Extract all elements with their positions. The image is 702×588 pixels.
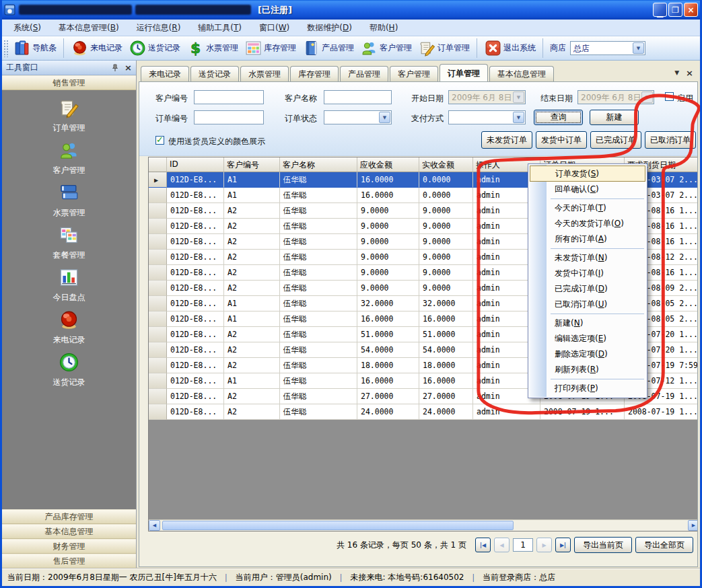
toolbar-button[interactable]: $ 水票管理 xyxy=(184,38,242,58)
sidebar-item[interactable]: 来电记录 xyxy=(2,307,136,349)
tab-close-icon[interactable]: × xyxy=(686,68,693,78)
close-icon[interactable]: × xyxy=(125,63,132,72)
context-menu-item[interactable]: 发货中订单(I) xyxy=(529,266,646,281)
courier-color-checkbox[interactable] xyxy=(155,136,164,145)
toolbar-button[interactable]: 送货记录 xyxy=(126,38,184,58)
toolbar-grip-handle[interactable] xyxy=(3,40,8,57)
column-header[interactable]: 应收金额 xyxy=(357,157,419,172)
toolbar-button[interactable]: 导航条 xyxy=(10,38,64,58)
first-page-button[interactable]: |◀ xyxy=(475,538,491,552)
tab[interactable]: 基本信息管理 xyxy=(489,66,554,81)
chevron-down-icon[interactable]: ▼ xyxy=(633,42,644,54)
context-menu-item[interactable]: 未发货订单(N) xyxy=(529,250,646,266)
order-status-filter-button[interactable]: 已取消订单 xyxy=(645,131,696,149)
sidebar-group-bar[interactable]: 基本信息管理 xyxy=(2,524,136,539)
shop-select[interactable]: 总店 ▼ xyxy=(570,41,645,55)
tab-list-dropdown-icon[interactable]: ▼ xyxy=(674,69,679,76)
column-header[interactable]: 客户名称 xyxy=(280,157,357,172)
context-menu-item[interactable]: 已取消订单(U) xyxy=(529,297,646,312)
row-selector-cell[interactable] xyxy=(149,219,167,234)
pay-method-select[interactable]: ▼ xyxy=(448,110,526,124)
tab[interactable]: 客户管理 xyxy=(390,66,438,81)
order-no-input[interactable] xyxy=(194,110,264,124)
menu-item[interactable]: 运行信息(R) xyxy=(128,20,190,36)
menu-item[interactable]: 系统(S) xyxy=(5,20,50,36)
toolbar-button[interactable]: 来电记录 xyxy=(68,38,126,58)
sidebar-group-bar[interactable]: 财务管理 xyxy=(2,539,136,554)
order-status-filter-button[interactable]: 发货中订单 xyxy=(536,131,587,149)
row-selector-cell[interactable] xyxy=(149,373,167,389)
customer-name-input[interactable] xyxy=(324,90,392,104)
tab[interactable]: 订单管理 xyxy=(440,64,488,81)
context-menu-item[interactable]: 今天的发货订单(O) xyxy=(529,216,646,231)
row-selector-cell[interactable] xyxy=(149,234,167,250)
customer-no-input[interactable] xyxy=(194,90,264,104)
row-selector-cell[interactable] xyxy=(149,358,167,373)
prev-page-button[interactable]: ◀ xyxy=(494,538,510,552)
toolbar-button[interactable]: 退出系统 xyxy=(481,38,543,58)
tab[interactable]: 送货记录 xyxy=(190,66,239,81)
sidebar-item[interactable]: 送货记录 xyxy=(2,349,136,392)
row-selector-cell[interactable] xyxy=(149,250,167,265)
next-page-button[interactable]: ▶ xyxy=(536,538,552,552)
chevron-down-icon[interactable]: ▼ xyxy=(379,112,390,123)
context-menu-item[interactable]: 编辑选定项(E) xyxy=(529,331,646,346)
restore-button[interactable]: ❐ xyxy=(668,3,682,17)
new-button[interactable]: 新建 xyxy=(590,110,639,125)
column-header[interactable] xyxy=(149,157,167,172)
horizontal-scrollbar[interactable]: ◀ ▶ xyxy=(149,519,698,531)
toolbar-button[interactable]: 产品管理 xyxy=(300,38,357,58)
menu-item[interactable]: 基本信息管理(B) xyxy=(50,20,128,36)
export-current-page-button[interactable]: 导出当前页 xyxy=(574,537,632,553)
sidebar-group-sales[interactable]: 销售管理 xyxy=(2,75,136,90)
sidebar-item[interactable]: 订单管理 xyxy=(2,95,136,137)
menu-item[interactable]: 辅助工具(T) xyxy=(189,20,250,36)
pin-icon[interactable] xyxy=(111,64,119,72)
sidebar-item[interactable]: 客户管理 xyxy=(2,137,136,180)
table-row[interactable]: 012D-E8... A2 伍华聪 24.0000 24.0000 admin … xyxy=(149,404,698,420)
context-menu-item[interactable]: 打印列表(P) xyxy=(529,381,646,396)
context-menu-item[interactable]: 今天的订单(T) xyxy=(529,200,646,216)
column-header[interactable]: ID xyxy=(167,157,224,172)
sidebar-item[interactable]: 今日盘点 xyxy=(2,264,136,307)
minimize-button[interactable]: ▁ xyxy=(653,3,667,17)
column-header[interactable]: 实收金额 xyxy=(419,157,473,172)
context-menu-item[interactable]: 回单确认(C) xyxy=(529,182,646,197)
row-selector-cell[interactable] xyxy=(149,172,167,188)
row-selector-cell[interactable] xyxy=(149,311,167,327)
context-menu-item[interactable]: 删除选定项(D) xyxy=(529,346,646,362)
toolbar-button[interactable]: 库存管理 xyxy=(242,38,300,58)
sidebar-group-bar[interactable]: 售后管理 xyxy=(2,554,136,568)
context-menu-item[interactable]: 所有的订单(A) xyxy=(529,231,646,247)
sidebar-group-bar[interactable]: 产品库存管理 xyxy=(2,509,136,524)
row-selector-cell[interactable] xyxy=(149,203,167,219)
last-page-button[interactable]: ▶| xyxy=(555,538,571,552)
toolbar-button[interactable]: 客户管理 xyxy=(357,38,415,58)
page-number-input[interactable] xyxy=(513,538,533,552)
row-selector-cell[interactable] xyxy=(149,296,167,311)
close-button[interactable]: × xyxy=(684,3,698,17)
column-header[interactable]: 客户编号 xyxy=(224,157,280,172)
row-selector-cell[interactable] xyxy=(149,404,167,420)
menu-item[interactable]: 数据维护(D) xyxy=(298,20,361,36)
scrollbar-thumb[interactable] xyxy=(162,521,514,530)
query-button[interactable]: 查询 xyxy=(534,110,583,125)
row-selector-cell[interactable] xyxy=(149,188,167,203)
chevron-down-icon[interactable]: ▼ xyxy=(513,112,524,123)
row-selector-cell[interactable] xyxy=(149,327,167,342)
export-all-pages-button[interactable]: 导出全部页 xyxy=(635,537,693,553)
tab[interactable]: 水票管理 xyxy=(240,66,289,81)
scroll-left-icon[interactable]: ◀ xyxy=(149,520,160,531)
start-date-picker[interactable]: 2009年 6月 8日 ▼ xyxy=(448,90,526,104)
tab[interactable]: 来电记录 xyxy=(141,66,189,81)
sidebar-item[interactable]: 水票管理 xyxy=(2,180,136,222)
order-status-filter-button[interactable]: 已完成订单 xyxy=(590,131,641,149)
row-selector-cell[interactable] xyxy=(149,281,167,296)
context-menu-item[interactable]: 订单发货(S) xyxy=(530,166,645,182)
row-selector-cell[interactable] xyxy=(149,265,167,281)
order-status-filter-button[interactable]: 未发货订单 xyxy=(481,131,532,149)
tab[interactable]: 产品管理 xyxy=(340,66,388,81)
enable-checkbox[interactable] xyxy=(665,92,674,101)
toolbar-button[interactable]: 订单管理 xyxy=(415,38,477,58)
scroll-right-icon[interactable]: ▶ xyxy=(688,520,698,531)
